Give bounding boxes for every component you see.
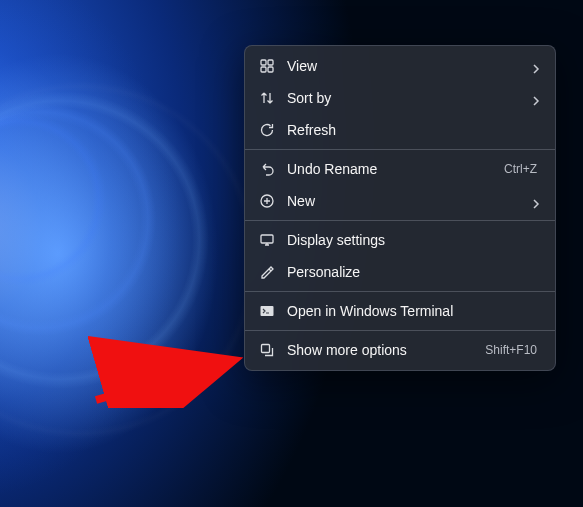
sort-icon: [259, 90, 275, 106]
menu-label: Undo Rename: [287, 161, 492, 177]
chevron-right-icon: [531, 196, 541, 206]
menu-label: Refresh: [287, 122, 541, 138]
desktop-context-menu: View Sort by Refresh Undo Rename Ctrl+Z …: [244, 45, 556, 371]
menu-separator: [245, 291, 555, 292]
menu-shortcut: Shift+F10: [485, 343, 537, 357]
menu-item-open-terminal[interactable]: Open in Windows Terminal: [249, 295, 551, 327]
svg-rect-6: [261, 306, 274, 316]
chevron-right-icon: [531, 61, 541, 71]
personalize-icon: [259, 264, 275, 280]
menu-separator: [245, 330, 555, 331]
menu-label: Open in Windows Terminal: [287, 303, 541, 319]
menu-label: Display settings: [287, 232, 541, 248]
menu-label: Personalize: [287, 264, 541, 280]
refresh-icon: [259, 122, 275, 138]
menu-item-view[interactable]: View: [249, 50, 551, 82]
menu-separator: [245, 220, 555, 221]
menu-label: Sort by: [287, 90, 519, 106]
svg-rect-2: [261, 67, 266, 72]
svg-rect-7: [262, 345, 270, 353]
chevron-right-icon: [531, 93, 541, 103]
terminal-icon: [259, 303, 275, 319]
display-icon: [259, 232, 275, 248]
svg-rect-5: [261, 235, 273, 243]
svg-rect-0: [261, 60, 266, 65]
menu-item-new[interactable]: New: [249, 185, 551, 217]
svg-rect-1: [268, 60, 273, 65]
new-icon: [259, 193, 275, 209]
view-icon: [259, 58, 275, 74]
undo-icon: [259, 161, 275, 177]
menu-label: New: [287, 193, 519, 209]
menu-item-personalize[interactable]: Personalize: [249, 256, 551, 288]
menu-item-sort-by[interactable]: Sort by: [249, 82, 551, 114]
menu-separator: [245, 149, 555, 150]
menu-label: View: [287, 58, 519, 74]
svg-rect-3: [268, 67, 273, 72]
menu-item-show-more-options[interactable]: Show more options Shift+F10: [249, 334, 551, 366]
show-more-icon: [259, 342, 275, 358]
menu-item-refresh[interactable]: Refresh: [249, 114, 551, 146]
menu-label: Show more options: [287, 342, 473, 358]
menu-item-undo-rename[interactable]: Undo Rename Ctrl+Z: [249, 153, 551, 185]
menu-item-display-settings[interactable]: Display settings: [249, 224, 551, 256]
menu-shortcut: Ctrl+Z: [504, 162, 537, 176]
